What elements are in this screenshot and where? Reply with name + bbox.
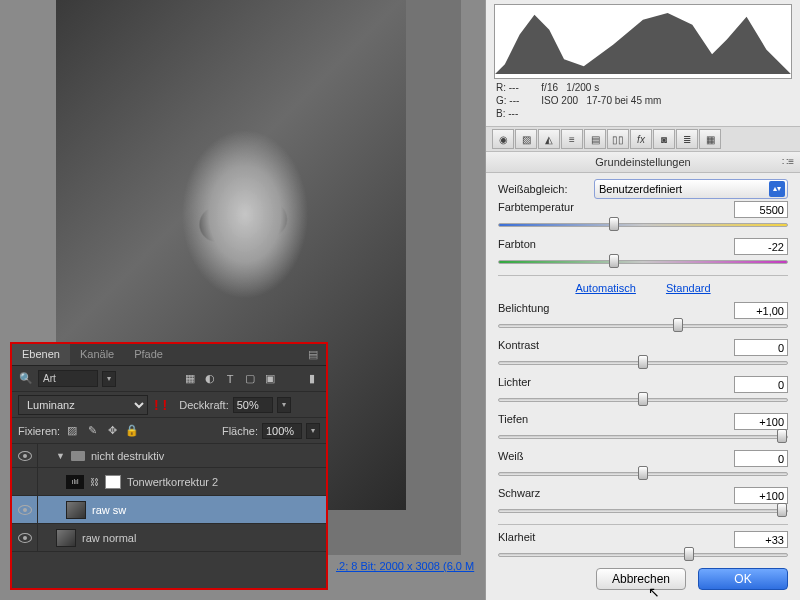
filter-toggle-icon[interactable]: ▮ <box>304 371 320 387</box>
auto-link[interactable]: Automatisch <box>575 282 636 294</box>
svg-marker-0 <box>495 13 791 74</box>
fx-tab-icon[interactable]: fx <box>630 129 652 149</box>
tint-input[interactable] <box>734 238 788 255</box>
layer-group-row[interactable]: ▼ nicht destruktiv <box>12 444 326 468</box>
lens-tab-icon[interactable]: ▯▯ <box>607 129 629 149</box>
filter-adjust-icon[interactable]: ◐ <box>202 371 218 387</box>
filter-type-icon[interactable]: T <box>222 371 238 387</box>
whites-slider[interactable]: Weiß <box>498 450 788 479</box>
lock-transparent-icon[interactable]: ▨ <box>64 423 80 439</box>
select-arrows-icon: ▴▾ <box>769 181 785 197</box>
temperature-slider[interactable]: Farbtemperatur <box>498 201 788 230</box>
histogram <box>494 4 792 79</box>
blend-mode-select[interactable]: Luminanz <box>18 395 148 415</box>
fill-label: Fläche: <box>222 425 258 437</box>
white-balance-select[interactable]: Benutzerdefiniert▴▾ <box>594 179 788 199</box>
layer-list: ▼ nicht destruktiv ılıl ⛓ Tonwertkorrekt… <box>12 444 326 552</box>
clarity-input[interactable] <box>734 531 788 548</box>
fill-input[interactable] <box>262 423 302 439</box>
contrast-input[interactable] <box>734 339 788 356</box>
highlights-input[interactable] <box>734 376 788 393</box>
camera-raw-panel: R: ---G: ---B: --- f/16 1/200 s ISO 200 … <box>485 0 800 600</box>
cancel-button[interactable]: Abbrechen <box>596 568 686 590</box>
folder-icon <box>71 451 85 461</box>
layer-row-selected[interactable]: raw sw <box>12 496 326 524</box>
camera-tab-icon[interactable]: ◙ <box>653 129 675 149</box>
annotation-mark: ! ! <box>152 397 169 413</box>
section-menu-icon[interactable]: ∷≡ <box>782 156 794 167</box>
curve-tab-icon[interactable]: ▨ <box>515 129 537 149</box>
filter-dropdown-icon[interactable]: ▾ <box>102 371 116 387</box>
expand-icon[interactable]: ▼ <box>56 451 65 461</box>
highlights-slider[interactable]: Lichter <box>498 376 788 405</box>
section-title: Grundeinstellungen∷≡ <box>486 152 800 173</box>
hsl-tab-icon[interactable]: ≡ <box>561 129 583 149</box>
layer-mask-icon[interactable] <box>105 475 121 489</box>
exif-readout: f/16 1/200 s ISO 200 17-70 bei 45 mm <box>541 81 661 120</box>
ok-button[interactable]: OK <box>698 568 788 590</box>
exposure-slider[interactable]: Belichtung <box>498 302 788 331</box>
visibility-toggle[interactable] <box>12 468 38 495</box>
exposure-input[interactable] <box>734 302 788 319</box>
lock-label: Fixieren: <box>18 425 60 437</box>
layer-name: Tonwertkorrektur 2 <box>127 476 218 488</box>
tab-layers[interactable]: Ebenen <box>12 344 70 365</box>
whites-input[interactable] <box>734 450 788 467</box>
tab-strip: ◉ ▨ ◭ ≡ ▤ ▯▯ fx ◙ ≣ ▦ <box>486 126 800 152</box>
temperature-input[interactable] <box>734 201 788 218</box>
visibility-toggle[interactable] <box>12 524 38 551</box>
basic-tab-icon[interactable]: ◉ <box>492 129 514 149</box>
cursor-icon: ↖ <box>648 584 660 600</box>
lock-all-icon[interactable]: 🔒 <box>124 423 140 439</box>
detail-tab-icon[interactable]: ◭ <box>538 129 560 149</box>
clarity-slider[interactable]: Klarheit <box>498 531 788 560</box>
opacity-label: Deckkraft: <box>179 399 229 411</box>
lock-brush-icon[interactable]: ✎ <box>84 423 100 439</box>
tab-channels[interactable]: Kanäle <box>70 344 124 365</box>
opacity-input[interactable] <box>233 397 273 413</box>
presets-tab-icon[interactable]: ≣ <box>676 129 698 149</box>
levels-icon: ılıl <box>66 475 84 489</box>
search-icon: 🔍 <box>18 371 34 387</box>
group-name: nicht destruktiv <box>91 450 164 462</box>
fill-dropdown-icon[interactable]: ▾ <box>306 423 320 439</box>
layer-name: raw sw <box>92 504 126 516</box>
visibility-toggle[interactable] <box>12 496 38 523</box>
filter-shape-icon[interactable]: ▢ <box>242 371 258 387</box>
layer-thumb <box>66 501 86 519</box>
layer-name: raw normal <box>82 532 136 544</box>
layer-filter-input[interactable] <box>38 370 98 387</box>
adjustment-layer-row[interactable]: ılıl ⛓ Tonwertkorrektur 2 <box>12 468 326 496</box>
opacity-dropdown-icon[interactable]: ▾ <box>277 397 291 413</box>
blacks-slider[interactable]: Schwarz <box>498 487 788 516</box>
snapshots-tab-icon[interactable]: ▦ <box>699 129 721 149</box>
link-icon: ⛓ <box>90 477 99 487</box>
layers-panel: Ebenen Kanäle Pfade ▤ 🔍 ▾ ▦ ◐ T ▢ ▣ ▮ Lu… <box>10 342 328 590</box>
contrast-slider[interactable]: Kontrast <box>498 339 788 368</box>
lock-move-icon[interactable]: ✥ <box>104 423 120 439</box>
image-info-link[interactable]: .2; 8 Bit; 2000 x 3008 (6,0 M <box>336 560 474 572</box>
panel-menu-icon[interactable]: ▤ <box>300 344 326 365</box>
layer-row[interactable]: raw normal <box>12 524 326 552</box>
layer-thumb <box>56 529 76 547</box>
split-tab-icon[interactable]: ▤ <box>584 129 606 149</box>
shadows-slider[interactable]: Tiefen <box>498 413 788 442</box>
filter-smart-icon[interactable]: ▣ <box>262 371 278 387</box>
rgb-readout: R: ---G: ---B: --- <box>496 81 519 120</box>
tint-slider[interactable]: Farbton <box>498 238 788 267</box>
filter-pixel-icon[interactable]: ▦ <box>182 371 198 387</box>
tab-paths[interactable]: Pfade <box>124 344 173 365</box>
default-link[interactable]: Standard <box>666 282 711 294</box>
shadows-input[interactable] <box>734 413 788 430</box>
blacks-input[interactable] <box>734 487 788 504</box>
wb-label: Weißabgleich: <box>498 183 594 195</box>
visibility-toggle[interactable] <box>12 444 38 467</box>
